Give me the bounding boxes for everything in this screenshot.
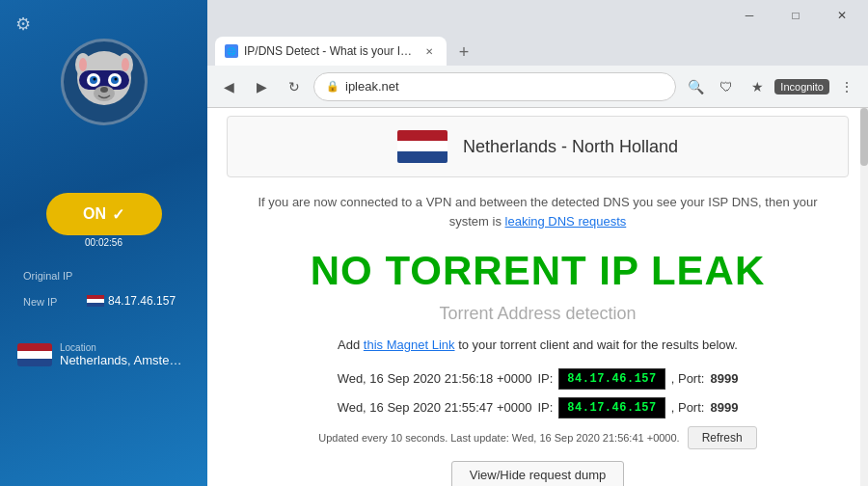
incognito-badge: Incognito xyxy=(774,79,829,94)
minimize-button[interactable]: ─ xyxy=(727,0,772,31)
svg-rect-19 xyxy=(17,359,52,366)
torrent-row-2-port-label: , Port: xyxy=(671,400,705,415)
vpn-timer: 00:02:56 xyxy=(85,237,122,248)
dns-link[interactable]: leaking DNS requests xyxy=(505,214,627,229)
original-ip-label: Original IP xyxy=(23,270,72,282)
vpn-status-label: ON xyxy=(83,205,106,223)
forward-button[interactable]: ▶ xyxy=(248,73,275,100)
gear-icon[interactable]: ⚙ xyxy=(15,14,31,35)
new-ip-label: New IP xyxy=(23,296,57,308)
search-icon[interactable]: 🔍 xyxy=(682,73,709,100)
url-text: ipleak.net xyxy=(345,79,399,94)
shield-icon[interactable]: 🛡 xyxy=(713,73,740,100)
svg-point-13 xyxy=(100,87,108,93)
dns-warning: If you are now connected to a VPN and be… xyxy=(227,185,849,238)
tab-favicon: 🌐 xyxy=(225,44,238,58)
web-content: Netherlands - North Holland If you are n… xyxy=(207,108,868,486)
svg-rect-20 xyxy=(397,130,448,141)
svg-point-10 xyxy=(93,78,95,81)
torrent-row-1-ip-label: IP: xyxy=(537,371,553,386)
update-info: Updated every 10 seconds. Last update: W… xyxy=(227,422,849,453)
new-ip-value: 84.17.46.157 xyxy=(87,294,176,308)
magnet-link[interactable]: this Magnet Link xyxy=(364,338,455,352)
location-name: Netherlands, Amsterda... xyxy=(60,353,185,367)
svg-rect-21 xyxy=(397,141,448,151)
torrent-row-1-date: Wed, 16 Sep 2020 21:56:18 +0000 xyxy=(338,371,532,386)
location-label: Location xyxy=(60,342,185,353)
browser-titlebar: ─ □ ✕ xyxy=(207,0,868,31)
torrent-row-2-ip: 84.17.46.157 xyxy=(558,397,665,418)
svg-point-11 xyxy=(114,78,117,81)
view-dump-button[interactable]: View/Hide request dump xyxy=(451,461,624,487)
browser-tabs: 🌐 IP/DNS Detect - What is your IP... ✕ + xyxy=(207,31,868,66)
lock-icon: 🔒 xyxy=(326,80,339,93)
torrent-row-2-date: Wed, 16 Sep 2020 21:55:47 +0000 xyxy=(338,400,532,415)
bookmark-icon[interactable]: ★ xyxy=(744,73,771,100)
svg-point-4 xyxy=(122,58,129,71)
maximize-button[interactable]: □ xyxy=(773,0,818,31)
toolbar-icons: 🔍 🛡 ★ Incognito ⋮ xyxy=(682,73,860,100)
browser-window: ─ □ ✕ 🌐 IP/DNS Detect - What is your IP.… xyxy=(207,0,868,486)
torrent-row: Wed, 16 Sep 2020 21:56:18 +0000 IP: 84.1… xyxy=(227,364,849,393)
new-tab-button[interactable]: + xyxy=(450,39,477,66)
vpn-panel: ⚙ ON ✓ xyxy=(0,0,207,486)
avatar xyxy=(61,39,148,125)
window-controls: ─ □ ✕ xyxy=(727,0,864,31)
svg-rect-16 xyxy=(87,303,104,307)
svg-point-3 xyxy=(79,58,87,71)
torrent-description: Add this Magnet Link to your torrent cli… xyxy=(227,336,849,364)
svg-rect-15 xyxy=(87,299,104,303)
tab-title: IP/DNS Detect - What is your IP... xyxy=(244,44,416,58)
close-button[interactable]: ✕ xyxy=(820,0,864,31)
location-text: Netherlands - North Holland xyxy=(463,137,678,157)
checkmark-icon: ✓ xyxy=(112,205,124,224)
torrent-row-2-ip-label: IP: xyxy=(537,400,553,415)
torrent-row-2-port: 8999 xyxy=(710,400,738,415)
refresh-button[interactable]: Refresh xyxy=(688,426,757,449)
reload-button[interactable]: ↻ xyxy=(281,73,308,100)
update-text: Updated every 10 seconds. Last update: W… xyxy=(318,432,679,444)
svg-rect-22 xyxy=(397,151,448,163)
torrent-row-1-ip: 84.17.46.157 xyxy=(558,368,665,390)
browser-toolbar: ◀ ▶ ↻ 🔒 ipleak.net 🔍 🛡 ★ Incognito ⋮ xyxy=(207,66,868,108)
scrollbar-thumb xyxy=(860,108,868,166)
scrollbar[interactable] xyxy=(860,108,868,486)
svg-rect-18 xyxy=(17,351,52,359)
tab-close-button[interactable]: ✕ xyxy=(421,43,437,59)
vpn-location[interactable]: Location Netherlands, Amsterda... xyxy=(17,342,185,367)
svg-rect-17 xyxy=(17,343,52,351)
torrent-row-2: Wed, 16 Sep 2020 21:55:47 +0000 IP: 84.1… xyxy=(227,393,849,422)
location-banner: Netherlands - North Holland xyxy=(227,116,849,177)
torrent-row-1-port: 8999 xyxy=(710,371,738,386)
address-bar[interactable]: 🔒 ipleak.net xyxy=(313,72,676,101)
vpn-toggle-button[interactable]: ON ✓ xyxy=(46,193,162,235)
active-tab[interactable]: 🌐 IP/DNS Detect - What is your IP... ✕ xyxy=(215,37,447,66)
no-leak-banner: NO TORRENT IP LEAK xyxy=(227,238,849,304)
torrent-row-1-port-label: , Port: xyxy=(671,371,705,386)
back-button[interactable]: ◀ xyxy=(215,73,242,100)
menu-icon[interactable]: ⋮ xyxy=(833,73,860,100)
svg-rect-14 xyxy=(87,295,104,299)
torrent-section-title: Torrent Address detection xyxy=(227,304,849,324)
